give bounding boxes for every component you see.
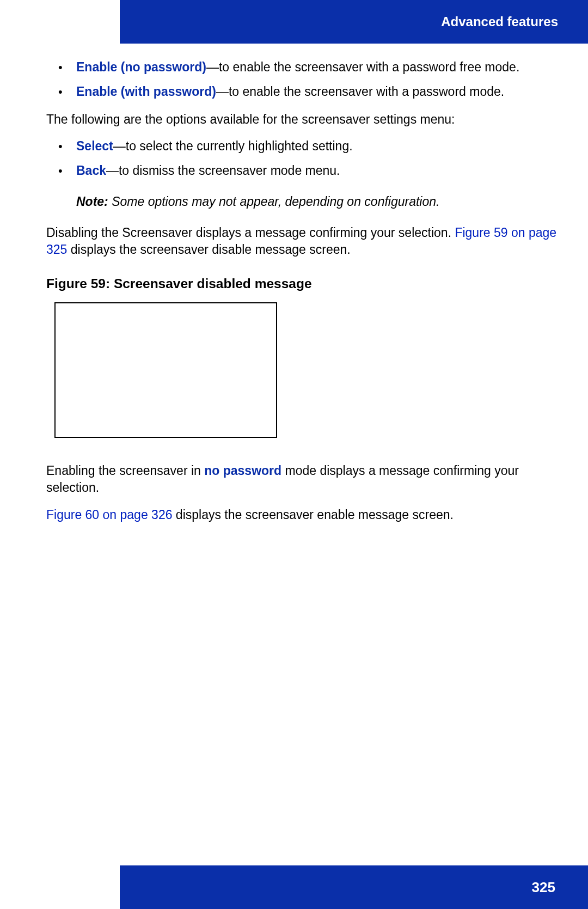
term-select: Select — [76, 139, 113, 153]
page-header: Advanced features — [120, 0, 588, 44]
bullet-text: Back—to dismiss the screensaver mode men… — [76, 162, 558, 179]
bullet-icon — [46, 162, 76, 179]
bullet-icon — [46, 138, 76, 155]
term-back: Back — [76, 163, 106, 178]
text-post: displays the screensaver enable message … — [172, 508, 454, 522]
term-enable-with-password: Enable (with password) — [76, 84, 216, 99]
bullet-list-options: Select—to select the currently highlight… — [46, 138, 558, 179]
bullet-text: Select—to select the currently highlight… — [76, 138, 558, 155]
bullet-rest: —to enable the screensaver with a passwo… — [216, 84, 504, 99]
page-number: 325 — [532, 879, 555, 896]
list-item: Enable (with password)—to enable the scr… — [46, 83, 558, 100]
note-text: Some options may not appear, depending o… — [108, 194, 440, 209]
list-item: Enable (no password)—to enable the scree… — [46, 59, 558, 76]
text-pre: Enabling the screensaver in — [46, 463, 204, 478]
paragraph-disable: Disabling the Screensaver displays a mes… — [46, 224, 558, 258]
figure-title: Figure 59: Screensaver disabled message — [46, 274, 558, 292]
bullet-rest: —to dismiss the screensaver mode menu. — [106, 163, 340, 178]
term-enable-no-password: Enable (no password) — [76, 60, 206, 74]
list-item: Back—to dismiss the screensaver mode men… — [46, 162, 558, 179]
figure-placeholder — [54, 302, 277, 438]
list-item: Select—to select the currently highlight… — [46, 138, 558, 155]
bullet-icon — [46, 59, 76, 76]
note: Note: Some options may not appear, depen… — [76, 193, 558, 210]
bullet-rest: —to select the currently highlighted set… — [113, 139, 353, 153]
paragraph-enable: Enabling the screensaver in no password … — [46, 462, 558, 496]
paragraph-options-intro: The following are the options available … — [46, 111, 558, 128]
bullet-icon — [46, 83, 76, 100]
header-title: Advanced features — [441, 14, 558, 29]
bullet-list-modes: Enable (no password)—to enable the scree… — [46, 59, 558, 100]
bullet-text: Enable (no password)—to enable the scree… — [76, 59, 558, 76]
bullet-rest: —to enable the screensaver with a passwo… — [206, 60, 519, 74]
text-pre: Disabling the Screensaver displays a mes… — [46, 225, 455, 240]
paragraph-figure-60: Figure 60 on page 326 displays the scree… — [46, 507, 558, 523]
bullet-text: Enable (with password)—to enable the scr… — [76, 83, 558, 100]
term-no-password: no password — [204, 463, 281, 478]
page-footer: 325 — [120, 865, 588, 909]
link-figure-60[interactable]: Figure 60 on page 326 — [46, 508, 172, 522]
text-post: displays the screensaver disable message… — [67, 242, 350, 257]
page-content: Enable (no password)—to enable the scree… — [46, 59, 558, 533]
note-label: Note: — [76, 194, 108, 209]
